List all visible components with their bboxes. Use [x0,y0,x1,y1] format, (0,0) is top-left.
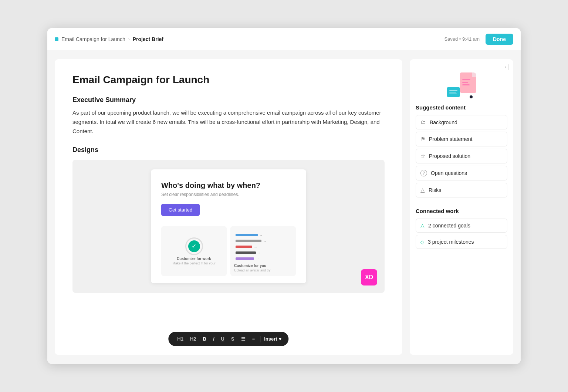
bold-button[interactable]: B [202,335,208,342]
main-area: Email Campaign for Launch Executive Summ… [47,50,521,364]
bar-arrow-1: → [259,233,263,237]
illustration-container: ✦ [447,72,476,98]
questions-label: Open questions [431,170,467,176]
design-preview-area: Who's doing what by when? Set clear resp… [72,160,385,293]
exec-summary-body: As part of our upcoming product launch, … [72,108,385,136]
insert-button[interactable]: Insert ▾ [264,336,281,342]
connected-work-title: Connected work [416,208,507,214]
bar-row-1: → [236,233,291,237]
h1-button[interactable]: H1 [176,335,185,342]
document-title: Email Campaign for Launch [72,74,385,86]
connected-work-section: Connected work △ 2 connected goals ◇ 3 p… [416,208,507,249]
illus-blue-line-2 [449,92,456,92]
suggested-item-questions[interactable]: ? Open questions [416,166,507,180]
strikethrough-button[interactable]: S [230,335,236,342]
exec-summary-heading: Executive Summary [72,96,385,104]
suggested-content-title: Suggested content [416,104,507,111]
mini-card-customize-you: → → → [230,226,296,276]
suggested-item-background[interactable]: 🗂 Background [416,115,507,129]
connected-item-goals[interactable]: △ 2 connected goals [416,219,507,233]
bar-row-2: → [236,239,291,243]
bar-3 [236,246,252,248]
mini-card-customize-work: ✓ Customize for work Make it the perfect… [161,226,227,276]
bar-arrow-2: → [263,239,267,243]
suggested-item-risks[interactable]: △ Risks [416,183,507,197]
background-icon: 🗂 [420,119,426,125]
breadcrumb-chevron-icon: › [128,37,130,42]
problem-label: Problem statement [429,136,473,142]
illus-star-icon: ✦ [448,71,453,77]
illus-line-3 [462,84,470,85]
suggested-item-solution[interactable]: ☆ Proposed solution [416,149,507,163]
bar-2 [236,240,261,242]
milestones-label: 3 project milestones [428,239,474,245]
italic-button[interactable]: I [212,335,216,342]
insert-label: Insert [264,336,277,342]
mini-card-right-label: Customize for you [234,264,266,268]
background-label: Background [430,119,457,125]
done-button[interactable]: Done [486,34,513,45]
suggested-item-problem[interactable]: ⚑ Problem statement [416,132,507,146]
saved-status: Saved • 9:41 am [444,36,480,42]
illus-blue-line-3 [449,94,457,94]
toolbar-separator [260,336,260,342]
illus-doc-lines [462,79,470,85]
breadcrumb-project: Email Campaign for Launch [61,36,125,42]
right-panel: →| ✦ [410,59,513,355]
bar-row-4: → [236,251,291,255]
breadcrumb: Email Campaign for Launch › Project Brie… [55,36,163,42]
designs-heading: Designs [72,146,385,154]
illus-line-1 [462,79,470,80]
bar-1 [236,234,258,236]
bar-arrow-4: → [257,251,261,255]
mini-card-left-label: Customize for work [177,257,211,261]
formatting-toolbar: H1 H2 B I U S ☰ ≡ Insert ▾ [168,332,288,346]
ordered-list-button[interactable]: ≡ [251,335,257,342]
underline-button[interactable]: U [220,335,226,342]
illus-blue-lines [449,90,457,94]
design-card: Who's doing what by when? Set clear resp… [151,169,306,283]
project-color-dot [55,37,58,41]
panel-illustration: ✦ [416,65,507,104]
connected-work-list: △ 2 connected goals ◇ 3 project mileston… [416,219,507,249]
problem-icon: ⚑ [420,136,425,142]
h2-button[interactable]: H2 [189,335,198,342]
risks-icon: △ [420,187,425,193]
bar-arrow-3: → [254,245,257,249]
illus-dot [470,95,473,98]
solution-icon: ☆ [420,153,425,159]
bar-row-3: → [236,245,291,249]
checkmark-circle: ✓ [185,237,203,255]
mini-card-right-desc: Upload an avatar and try [234,268,271,272]
solution-label: Proposed solution [429,153,470,159]
milestones-icon: ◇ [420,239,424,245]
insert-chevron-icon: ▾ [279,336,281,342]
bar-chart: → → → [234,230,292,264]
risks-label: Risks [429,187,441,193]
bar-arrow-5: → [256,257,259,261]
app-window: Email Campaign for Launch › Project Brie… [47,28,521,364]
bullet-list-button[interactable]: ☰ [240,335,247,342]
breadcrumb-current-page: Project Brief [133,36,163,42]
connected-item-milestones[interactable]: ◇ 3 project milestones [416,235,507,249]
get-started-button[interactable]: Get started [161,204,200,216]
mini-card-left-desc: Make it the perfect fit for your [172,261,216,265]
illus-blue-line-1 [449,90,457,91]
checkmark-icon: ✓ [188,240,200,252]
bar-4 [236,251,256,254]
panel-collapse-button[interactable]: →| [501,64,509,70]
top-bar: Email Campaign for Launch › Project Brie… [47,28,521,50]
bar-row-5: → [236,257,291,261]
design-card-subtitle: Set clear responsibilities and deadlines… [161,192,296,197]
design-card-title: Who's doing what by when? [161,181,296,190]
top-bar-right: Saved • 9:41 am Done [444,34,513,45]
document-panel: Email Campaign for Launch Executive Summ… [55,59,402,355]
design-card-bottom: ✓ Customize for work Make it the perfect… [161,226,296,276]
bar-5 [236,257,254,260]
illus-doc-shape [460,72,476,93]
illus-line-2 [462,82,468,83]
illus-blue-card [447,87,460,97]
goals-label: 2 connected goals [428,223,470,229]
goals-icon: △ [420,223,425,229]
questions-icon: ? [420,170,427,176]
